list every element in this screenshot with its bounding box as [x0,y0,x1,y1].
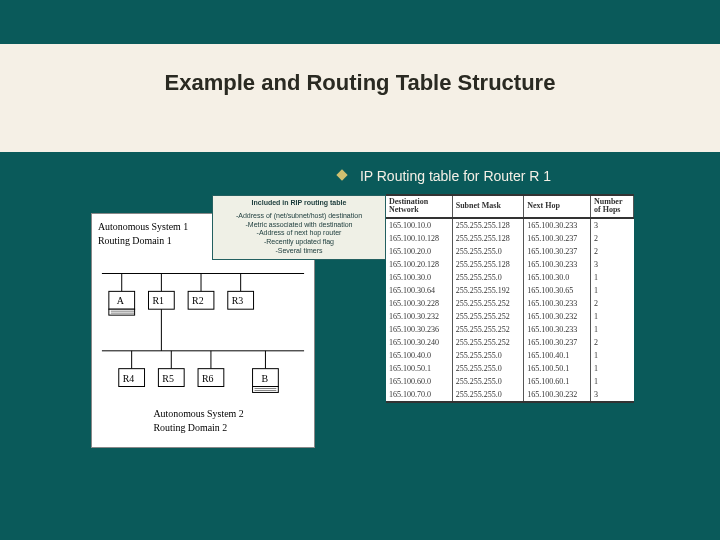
table-cell: 2 [591,297,634,310]
table-cell: 165.100.60.0 [386,375,452,388]
as2-label: Autonomous System 2 [153,408,243,419]
table-cell: 165.100.20.128 [386,258,452,271]
table-cell: 165.100.30.0 [386,271,452,284]
table-cell: 255.255.255.0 [452,362,523,375]
table-cell: 1 [591,362,634,375]
table-cell: 165.100.30.237 [524,245,591,258]
svg-text:A: A [117,295,125,306]
table-header-row: DestinationNetwork Subnet Mask Next Hop … [386,195,634,218]
node-R1: R1 [148,274,174,351]
table-cell: 165.100.30.237 [524,336,591,349]
col-destination: DestinationNetwork [386,195,452,218]
table-row: 165.100.70.0255.255.255.0165.100.30.2323 [386,388,634,402]
table-cell: 255.255.255.252 [452,336,523,349]
table-cell: 165.100.30.233 [524,297,591,310]
table-cell: 165.100.70.0 [386,388,452,402]
table-cell: 1 [591,310,634,323]
node-R5: R5 [158,351,184,387]
svg-text:R1: R1 [152,295,164,306]
bullet-diamond-icon [336,169,347,180]
rip-line-1: -Metric associated with destination [215,221,383,230]
table-cell: 165.100.10.128 [386,232,452,245]
table-cell: 3 [591,258,634,271]
table-cell: 165.100.30.232 [524,310,591,323]
table-cell: 2 [591,245,634,258]
col-mask: Subnet Mask [452,195,523,218]
table-cell: 3 [591,218,634,232]
slide-title: Example and Routing Table Structure [0,70,720,96]
svg-text:B: B [261,373,268,384]
rip-info-box: Included in RIP routing table -Address o… [212,195,386,260]
node-R6: R6 [198,351,224,387]
table-cell: 165.100.50.1 [524,362,591,375]
table-cell: 3 [591,388,634,402]
table-row: 165.100.30.0255.255.255.0165.100.30.01 [386,271,634,284]
title-band [0,44,720,152]
table-row: 165.100.10.128255.255.255.128165.100.30.… [386,232,634,245]
table-row: 165.100.30.228255.255.255.252165.100.30.… [386,297,634,310]
rip-line-2: -Address of next hop router [215,229,383,238]
table-cell: 165.100.40.0 [386,349,452,362]
table-cell: 255.255.255.0 [452,375,523,388]
table-cell: 165.100.30.236 [386,323,452,336]
slide-root: Example and Routing Table Structure IP R… [0,0,720,540]
table-cell: 1 [591,323,634,336]
table-cell: 1 [591,349,634,362]
table-cell: 165.100.30.233 [524,218,591,232]
col-nexthop: Next Hop [524,195,591,218]
table-cell: 255.255.255.0 [452,349,523,362]
table-cell: 165.100.30.233 [524,258,591,271]
subtitle-text: IP Routing table for Router R 1 [360,168,551,184]
table-cell: 255.255.255.0 [452,388,523,402]
table-cell: 165.100.30.240 [386,336,452,349]
svg-text:R2: R2 [192,295,204,306]
svg-rect-30 [253,386,279,392]
table-row: 165.100.40.0255.255.255.0165.100.40.11 [386,349,634,362]
table-cell: 2 [591,336,634,349]
svg-text:R5: R5 [162,373,174,384]
node-R3: R3 [228,274,254,310]
table-cell: 255.255.255.128 [452,218,523,232]
table-row: 165.100.20.128255.255.255.128165.100.30.… [386,258,634,271]
rip-line-4: -Several timers [215,247,383,256]
table-cell: 165.100.40.1 [524,349,591,362]
table-cell: 2 [591,232,634,245]
rd1-label: Routing Domain 1 [98,235,172,246]
table-cell: 165.100.30.0 [524,271,591,284]
rd2-label: Routing Domain 2 [153,422,227,433]
table-cell: 165.100.30.233 [524,323,591,336]
table-row: 165.100.30.236255.255.255.252165.100.30.… [386,323,634,336]
table-row: 165.100.30.240255.255.255.252165.100.30.… [386,336,634,349]
routing-table-grid: DestinationNetwork Subnet Mask Next Hop … [386,194,634,403]
subtitle-line: IP Routing table for Router R 1 [338,168,551,184]
routing-table: DestinationNetwork Subnet Mask Next Hop … [386,194,634,403]
table-cell: 255.255.255.252 [452,297,523,310]
rip-box-header: Included in RIP routing table [215,199,383,208]
table-cell: 1 [591,375,634,388]
table-cell: 1 [591,284,634,297]
svg-text:R6: R6 [202,373,214,384]
rip-line-3: -Recently updated flag [215,238,383,247]
table-cell: 255.255.255.252 [452,323,523,336]
rip-line-0: -Address of (net/subnet/host) destinatio… [215,212,383,221]
svg-text:R4: R4 [123,373,135,384]
table-cell: 165.100.30.232 [524,388,591,402]
table-row: 165.100.50.1255.255.255.0165.100.50.11 [386,362,634,375]
table-cell: 255.255.255.0 [452,271,523,284]
node-R4: R4 [119,351,145,387]
node-R2: R2 [188,274,214,310]
table-row: 165.100.30.232255.255.255.252165.100.30.… [386,310,634,323]
node-A: A [109,274,135,316]
svg-rect-4 [109,309,135,315]
svg-text:R3: R3 [232,295,244,306]
table-row: 165.100.30.64255.255.255.192165.100.30.6… [386,284,634,297]
table-cell: 165.100.30.237 [524,232,591,245]
table-cell: 165.100.60.1 [524,375,591,388]
table-cell: 165.100.30.64 [386,284,452,297]
table-cell: 255.255.255.128 [452,232,523,245]
table-cell: 165.100.30.232 [386,310,452,323]
as1-label: Autonomous System 1 [98,221,188,232]
table-cell: 165.100.10.0 [386,218,452,232]
table-cell: 165.100.50.1 [386,362,452,375]
table-cell: 255.255.255.192 [452,284,523,297]
